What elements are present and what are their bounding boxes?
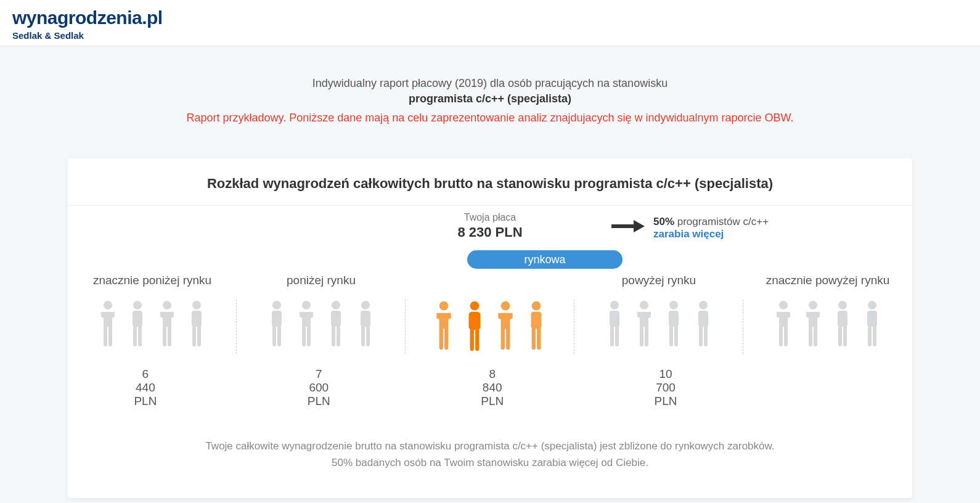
intro-disclaimer: Raport przykładowy. Poniższe dane mają n… [0,112,980,125]
person-icon [634,300,655,354]
person-icon [663,300,684,354]
svg-rect-73 [873,325,876,346]
svg-rect-40 [506,327,510,350]
svg-rect-14 [192,325,196,346]
top-row: Twoja płaca 8 230 PLN 50% programistów c… [68,212,912,274]
summary-line2: 50% badanych osób na Twoim stanowisku za… [68,454,912,471]
threshold-4: 10 700 PLN [655,367,677,408]
bucket-label-1: znacznie poniżej rynku [68,274,237,287]
svg-rect-72 [868,325,872,346]
summary-text: Twoje całkowite wynagrodzenie brutto na … [68,438,912,471]
person-icon [433,300,455,354]
intro-line1: Indywidualny raport płacowy (2019) dla o… [0,77,980,90]
svg-rect-59 [704,325,708,346]
svg-rect-15 [197,325,201,346]
svg-rect-13 [192,311,202,327]
logo-sub: Sedlak & Sedlak [12,30,968,41]
svg-point-70 [868,301,876,309]
svg-point-20 [302,301,311,309]
svg-rect-4 [108,325,112,346]
compare-pct: 50% [653,216,674,227]
svg-rect-57 [698,311,708,327]
people-bucket-1 [68,300,237,354]
people-row [68,300,912,354]
svg-rect-37 [475,329,479,351]
site-header: wynagrodzenia.pl Sedlak & Sedlak [0,0,980,46]
svg-rect-64 [809,325,812,346]
person-icon [525,300,547,354]
card-title: Rozkład wynagrodzeń całkowitych brutto n… [68,176,912,206]
svg-rect-53 [669,311,679,327]
person-icon [325,300,346,354]
svg-rect-42 [531,312,542,329]
people-bucket-2 [237,300,406,354]
svg-rect-7 [133,325,137,346]
person-icon [773,300,794,354]
svg-point-63 [809,301,817,309]
threshold-3: 8 840 PLN [481,367,504,408]
svg-rect-69 [843,325,847,346]
person-icon [127,300,148,354]
svg-point-27 [361,301,370,309]
svg-rect-55 [674,325,678,346]
svg-rect-30 [366,325,370,346]
svg-rect-28 [361,311,370,327]
threshold-2: 7 600 PLN [308,367,330,408]
svg-point-12 [192,301,201,309]
svg-point-52 [669,301,678,309]
svg-rect-62 [784,325,788,346]
your-salary-value: 8 230 PLN [68,224,912,240]
svg-rect-47 [610,325,614,346]
svg-point-31 [439,301,449,311]
person-icon [832,300,853,354]
intro-block: Indywidualny raport płacowy (2019) dla o… [0,77,980,125]
svg-rect-11 [168,325,171,346]
svg-rect-33 [444,327,448,350]
svg-point-66 [838,301,847,309]
svg-rect-35 [468,312,480,330]
threshold-1: 6 440 PLN [134,367,157,408]
svg-rect-25 [332,325,335,346]
svg-rect-65 [814,325,817,346]
summary-line1: Twoje całkowite wynagrodzenie brutto na … [68,438,912,454]
svg-rect-6 [133,311,142,327]
svg-rect-54 [669,325,673,346]
page-body: Indywidualny raport płacowy (2019) dla o… [0,46,980,503]
person-icon [862,300,883,354]
svg-rect-3 [104,325,107,346]
bucket-label-5: znacznie powyżej rynku [743,274,912,287]
svg-rect-71 [867,311,877,327]
svg-rect-18 [272,325,276,346]
compare-text: 50% programistów c/c++ zarabia więcej [653,216,769,240]
your-salary: Twoja płaca 8 230 PLN [68,212,912,240]
svg-rect-36 [470,329,474,351]
svg-rect-19 [277,325,281,346]
svg-rect-46 [610,311,619,327]
svg-point-16 [272,301,281,309]
bucket-labels: znacznie poniżej rynku poniżej rynku ryn… [68,274,912,287]
svg-point-23 [332,301,340,309]
logo-main[interactable]: wynagrodzenia.pl [12,7,968,28]
svg-point-2 [104,301,112,309]
svg-rect-58 [699,325,703,346]
svg-point-56 [699,301,708,309]
compare-more: zarabia więcej [653,228,724,240]
svg-point-45 [610,301,619,309]
person-icon [266,300,287,354]
svg-rect-51 [645,325,648,346]
svg-rect-32 [439,327,443,350]
person-icon [693,300,714,354]
svg-rect-24 [331,311,341,327]
svg-rect-26 [337,325,340,346]
svg-point-34 [470,301,480,311]
svg-rect-21 [302,325,306,346]
svg-rect-17 [272,311,282,327]
svg-rect-22 [307,325,311,346]
svg-rect-39 [501,327,505,350]
svg-rect-8 [138,325,142,346]
person-icon-highlight [463,300,486,354]
bucket-label-4: powyżej rynku [574,274,743,287]
svg-point-9 [163,301,171,309]
intro-job: programista c/c++ (specjalista) [0,92,980,105]
svg-rect-61 [779,325,783,346]
